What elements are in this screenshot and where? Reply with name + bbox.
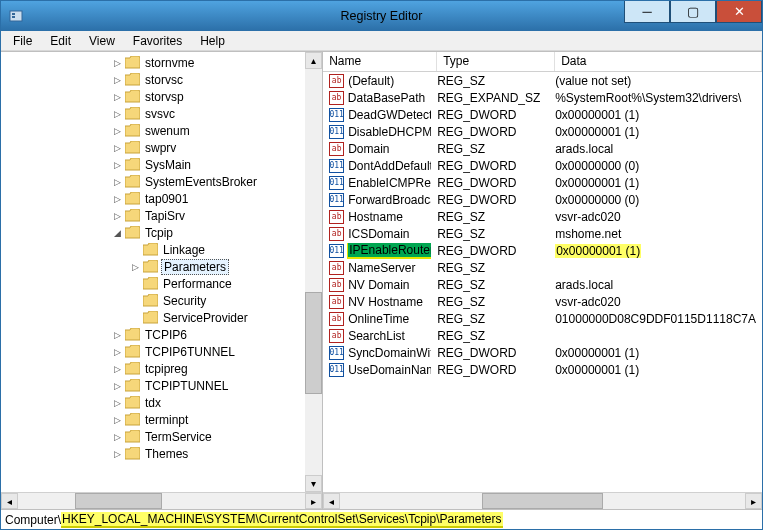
list-body[interactable]: ab(Default)REG_SZ(value not set)abDataBa…: [323, 72, 762, 492]
tree-item[interactable]: Linkage: [1, 241, 322, 258]
expander-closed-icon[interactable]: ▷: [111, 363, 123, 375]
list-row[interactable]: abOnlineTimeREG_SZ01000000D08C9DDF0115D1…: [323, 310, 762, 327]
scroll-right-icon[interactable]: ▸: [745, 493, 762, 509]
scroll-right-icon[interactable]: ▸: [305, 493, 322, 509]
tree-item[interactable]: ▷tdx: [1, 394, 322, 411]
list-row[interactable]: abDataBasePathREG_EXPAND_SZ%SystemRoot%\…: [323, 89, 762, 106]
expander-closed-icon[interactable]: ▷: [111, 125, 123, 137]
tree-hscrollbar[interactable]: ◂ ▸: [1, 492, 322, 509]
folder-icon: [125, 379, 140, 392]
list-row[interactable]: abNameServerREG_SZ: [323, 259, 762, 276]
tree-item[interactable]: ▷TCPIP6TUNNEL: [1, 343, 322, 360]
list-row[interactable]: abICSDomainREG_SZmshome.net: [323, 225, 762, 242]
list-row[interactable]: 011SyncDomainWit...REG_DWORD0x00000001 (…: [323, 344, 762, 361]
expander-closed-icon[interactable]: ▷: [111, 431, 123, 443]
tree-item[interactable]: ▷terminpt: [1, 411, 322, 428]
reg-binary-icon: 011: [329, 125, 344, 139]
expander-closed-icon[interactable]: ▷: [129, 261, 141, 273]
expander-closed-icon[interactable]: ▷: [111, 414, 123, 426]
maximize-button[interactable]: ▢: [670, 1, 716, 23]
tree-item[interactable]: ▷storvsc: [1, 71, 322, 88]
list-row[interactable]: 011EnableICMPRedi...REG_DWORD0x00000001 …: [323, 174, 762, 191]
menu-view[interactable]: View: [81, 32, 123, 50]
expander-none: [129, 312, 141, 324]
tree-item[interactable]: ◢Tcpip: [1, 224, 322, 241]
list-hscrollbar[interactable]: ◂ ▸: [323, 492, 762, 509]
list-row[interactable]: abHostnameREG_SZvsvr-adc020: [323, 208, 762, 225]
folder-icon: [125, 56, 140, 69]
tree-item[interactable]: ▷TCPIP6: [1, 326, 322, 343]
expander-closed-icon[interactable]: ▷: [111, 159, 123, 171]
expander-closed-icon[interactable]: ▷: [111, 91, 123, 103]
tree-item-label: SystemEventsBroker: [143, 175, 259, 189]
scroll-down-icon[interactable]: ▾: [305, 475, 322, 492]
tree-vscrollbar[interactable]: ▴ ▾: [305, 52, 322, 492]
minimize-button[interactable]: ─: [624, 1, 670, 23]
tree-item-label: TermService: [143, 430, 214, 444]
scroll-left-icon[interactable]: ◂: [323, 493, 340, 509]
list-row[interactable]: 011DontAddDefault...REG_DWORD0x00000000 …: [323, 157, 762, 174]
menu-edit[interactable]: Edit: [42, 32, 79, 50]
value-data: vsvr-adc020: [555, 210, 620, 224]
tree-item[interactable]: ▷Themes: [1, 445, 322, 462]
expander-closed-icon[interactable]: ▷: [111, 210, 123, 222]
list-row[interactable]: 011IPEnableRouterREG_DWORD0x00000001 (1): [323, 242, 762, 259]
tree-item[interactable]: ▷tap0901: [1, 190, 322, 207]
tree-item[interactable]: ▷TermService: [1, 428, 322, 445]
list-row[interactable]: abNV HostnameREG_SZvsvr-adc020: [323, 293, 762, 310]
titlebar[interactable]: Registry Editor ─ ▢ ✕: [1, 1, 762, 31]
tree-scroll[interactable]: ▷stornvme▷storvsc▷storvsp▷svsvc▷swenum▷s…: [1, 52, 322, 492]
tree-item[interactable]: ▷SysMain: [1, 156, 322, 173]
expander-closed-icon[interactable]: ▷: [111, 397, 123, 409]
tree-item[interactable]: ▷stornvme: [1, 54, 322, 71]
tree-item[interactable]: ▷storvsp: [1, 88, 322, 105]
value-name: (Default): [348, 74, 394, 88]
expander-closed-icon[interactable]: ▷: [111, 193, 123, 205]
tree-item[interactable]: ▷swprv: [1, 139, 322, 156]
col-header-data[interactable]: Data: [555, 52, 762, 71]
tree-item[interactable]: ServiceProvider: [1, 309, 322, 326]
expander-closed-icon[interactable]: ▷: [111, 108, 123, 120]
expander-closed-icon[interactable]: ▷: [111, 142, 123, 154]
expander-closed-icon[interactable]: ▷: [111, 57, 123, 69]
menu-file[interactable]: File: [5, 32, 40, 50]
expander-open-icon[interactable]: ◢: [111, 227, 123, 239]
list-row[interactable]: abSearchListREG_SZ: [323, 327, 762, 344]
expander-closed-icon[interactable]: ▷: [111, 74, 123, 86]
list-row[interactable]: 011DeadGWDetect...REG_DWORD0x00000001 (1…: [323, 106, 762, 123]
expander-closed-icon[interactable]: ▷: [111, 176, 123, 188]
col-header-name[interactable]: Name: [323, 52, 437, 71]
expander-closed-icon[interactable]: ▷: [111, 380, 123, 392]
tree-item[interactable]: ▷TapiSrv: [1, 207, 322, 224]
list-row[interactable]: 011UseDomainNam...REG_DWORD0x00000001 (1…: [323, 361, 762, 378]
list-row[interactable]: abDomainREG_SZarads.local: [323, 140, 762, 157]
menu-favorites[interactable]: Favorites: [125, 32, 190, 50]
tree-item[interactable]: Performance: [1, 275, 322, 292]
list-row[interactable]: ab(Default)REG_SZ(value not set): [323, 72, 762, 89]
value-data: 0x00000001 (1): [555, 176, 639, 190]
value-data: mshome.net: [555, 227, 621, 241]
folder-icon: [125, 175, 140, 188]
scroll-up-icon[interactable]: ▴: [305, 52, 322, 69]
expander-closed-icon[interactable]: ▷: [111, 346, 123, 358]
list-row[interactable]: 011ForwardBroadca...REG_DWORD0x00000000 …: [323, 191, 762, 208]
status-prefix: Computer\: [5, 513, 61, 527]
expander-closed-icon[interactable]: ▷: [111, 329, 123, 341]
tree-item[interactable]: ▷svsvc: [1, 105, 322, 122]
col-header-type[interactable]: Type: [437, 52, 555, 71]
value-type: REG_SZ: [431, 329, 549, 343]
scroll-left-icon[interactable]: ◂: [1, 493, 18, 509]
close-button[interactable]: ✕: [716, 1, 762, 23]
value-data: 0x00000001 (1): [555, 346, 639, 360]
tree-item[interactable]: ▷tcpipreg: [1, 360, 322, 377]
tree-item[interactable]: Security: [1, 292, 322, 309]
expander-closed-icon[interactable]: ▷: [111, 448, 123, 460]
tree-item[interactable]: ▷TCPIPTUNNEL: [1, 377, 322, 394]
list-row[interactable]: 011DisableDHCPMe...REG_DWORD0x00000001 (…: [323, 123, 762, 140]
tree-item[interactable]: ▷swenum: [1, 122, 322, 139]
tree-item[interactable]: ▷Parameters: [1, 258, 322, 275]
folder-icon: [125, 192, 140, 205]
list-row[interactable]: abNV DomainREG_SZarads.local: [323, 276, 762, 293]
tree-item[interactable]: ▷SystemEventsBroker: [1, 173, 322, 190]
menu-help[interactable]: Help: [192, 32, 233, 50]
